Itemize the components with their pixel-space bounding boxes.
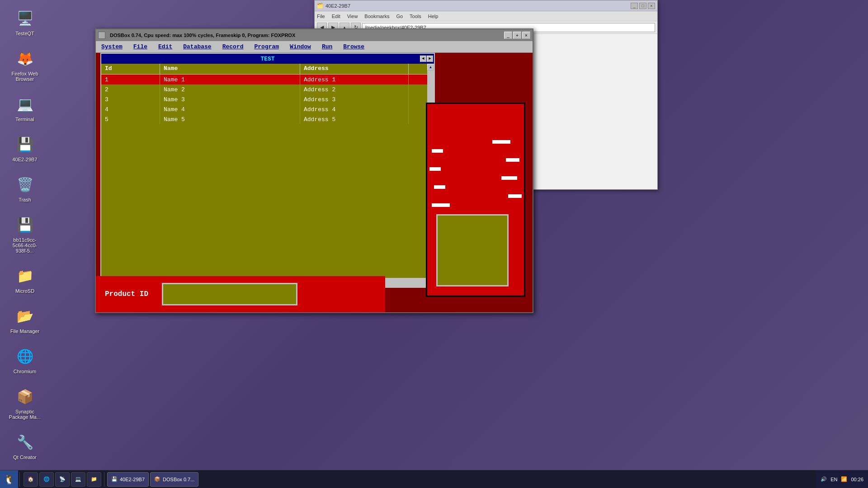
foxpro-table-window: TEST ◄ ► Id Name Address 1 Name 1 [100, 53, 435, 288]
synaptic-icon: 📦 [14, 385, 36, 407]
menu-view[interactable]: View [347, 14, 358, 19]
browser-title-text: 40E2-29B7 [326, 3, 350, 9]
menu-edit[interactable]: Edit [332, 14, 340, 19]
taskbar-quicklaunch-network[interactable]: 📡 [55, 472, 70, 487]
foxpro-inner-yellow [436, 214, 509, 286]
scroll-up-button[interactable]: ▲ [427, 64, 434, 70]
menu-tools[interactable]: Tools [410, 14, 421, 19]
dash-6 [434, 185, 445, 189]
menu-file[interactable]: File [317, 14, 325, 19]
cell-name-5: Name 5 [160, 114, 300, 124]
menu-go[interactable]: Go [396, 14, 403, 19]
foxpro-menu-edit[interactable]: Edit [153, 42, 178, 52]
icon-disk2[interactable]: 💾 bb11c9cc-5c66-4cc0-938f-5... [5, 211, 45, 256]
browser-maximize-button[interactable]: □ [639, 3, 646, 9]
foxpro-menu-program[interactable]: Program [249, 42, 284, 52]
trash-icon: 🗑️ [14, 174, 36, 195]
icon-microsd[interactable]: 📁 MicroSD [5, 262, 45, 296]
foxpro-menu-system[interactable]: System [96, 42, 128, 52]
foxpro-table-body: 1 Name 1 Address 1 2 Name 2 Address 2 3 … [101, 75, 434, 124]
cell-id-1: 1 [101, 75, 160, 84]
menu-help[interactable]: Help [428, 14, 439, 19]
dosbox-close-button[interactable]: × [522, 32, 530, 39]
foxpro-productid-input[interactable] [162, 283, 297, 305]
icon-chromium[interactable]: 🌐 Chromium [5, 343, 45, 377]
volume-icon[interactable]: 🔊 [821, 476, 827, 482]
dosbox-minimize-button[interactable]: _ [504, 32, 512, 39]
taskbar-start-button[interactable]: 🐧 [0, 470, 18, 488]
table-row[interactable]: 5 Name 5 Address 5 [101, 114, 434, 124]
firefox-icon: 🦊 [14, 47, 36, 69]
cell-name-4: Name 4 [160, 104, 300, 114]
foxpro-table-scroll-right-btn[interactable]: ► [427, 56, 433, 62]
browser-menubar: File Edit View Bookmarks Go Tools Help [315, 11, 657, 21]
taskbar: 🐧 🏠 🌐 📡 💻 📁 💾 40E2-29B7 [0, 470, 868, 488]
icon-disk1[interactable]: 💾 40E2-29B7 [5, 131, 45, 165]
taskbar-items: 🏠 🌐 📡 💻 📁 💾 40E2-29B7 📦 DOSBo [21, 472, 816, 487]
table-row[interactable]: 4 Name 4 Address 4 [101, 104, 434, 114]
foxpro-productid-label: Product ID [96, 290, 157, 298]
menu-bookmarks[interactable]: Bookmarks [364, 14, 389, 19]
icon-terminal[interactable]: 💻 Terminal [5, 90, 45, 125]
firefox-label: Firefox Web Browser [7, 71, 42, 82]
taskbar-app-filemanager[interactable]: 💾 40E2-29B7 [107, 472, 149, 487]
taskbar-app-label-dosbox: DOSBox 0.7... [163, 477, 194, 482]
dosbox-restore-button[interactable]: + [513, 32, 521, 39]
col-header-name: Name [160, 64, 300, 74]
icon-firefox[interactable]: 🦊 Firefox Web Browser [5, 45, 45, 84]
col-header-id: Id [101, 64, 160, 74]
dosbox-icon [98, 32, 105, 39]
terminal-taskbar-icon: 💻 [75, 476, 81, 482]
cell-address-2: Address 2 [300, 84, 409, 94]
browser-minimize-button[interactable]: _ [631, 3, 638, 9]
cell-name-3: Name 3 [160, 94, 300, 104]
taskbar-app-dosbox[interactable]: 📦 DOSBox 0.7... [150, 472, 198, 487]
chromium-icon: 🌐 [14, 345, 36, 367]
icon-synaptic[interactable]: 📦 Synaptic Package Ma... [5, 383, 45, 422]
foxpro-productid-bar: Product ID [96, 276, 385, 312]
table-row[interactable]: 2 Name 2 Address 2 [101, 84, 434, 94]
cell-id-5: 5 [101, 114, 160, 124]
foxpro-menu-window[interactable]: Window [284, 42, 316, 52]
dash-1 [492, 140, 510, 144]
browser-title-icon: 🗂️ [317, 3, 323, 9]
foxpro-menu-browse[interactable]: Browse [338, 42, 370, 52]
cell-id-2: 2 [101, 84, 160, 94]
foxpro-menu-run[interactable]: Run [316, 42, 338, 52]
taskbar-tray: 🔊 EN 📶 00:26 [816, 470, 868, 488]
signal-icon: 📶 [841, 476, 847, 482]
browser-close-button[interactable]: × [648, 3, 655, 9]
cell-address-5: Address 5 [300, 114, 409, 124]
disk1-icon: 💾 [14, 133, 36, 155]
foxpro-menubar: System File Edit Database Record Program… [96, 41, 533, 53]
icon-filemanager[interactable]: 📂 File Manager [5, 302, 45, 337]
col-header-address: Address [300, 64, 409, 74]
taskbar-quicklaunch-browser[interactable]: 🌐 [39, 472, 54, 487]
taskbar-quicklaunch-home[interactable]: 🏠 [24, 472, 38, 487]
dash-5 [501, 176, 517, 180]
foxpro-menu-file[interactable]: File [128, 42, 153, 52]
dash-3 [506, 158, 519, 162]
network-icon: 📡 [59, 476, 66, 482]
icon-trash[interactable]: 🗑️ Trash [5, 171, 45, 205]
foxpro-table-scroll-left[interactable]: ◄ [420, 56, 426, 62]
foxpro-table-controls: ◄ ► [420, 56, 433, 62]
browser-titlebar: 🗂️ 40E2-29B7 _ □ × [315, 0, 657, 11]
icon-qtcreator[interactable]: 🔧 Qt Creator [5, 428, 45, 463]
cell-name-1: Name 1 [160, 75, 300, 84]
keyboard-layout: EN [830, 477, 837, 482]
icon-testqt[interactable]: 🖥️ TesteQT [5, 5, 45, 39]
taskbar-quicklaunch-files[interactable]: 📁 [87, 472, 101, 487]
taskbar-quicklaunch-terminal[interactable]: 💻 [71, 472, 85, 487]
desktop: 🖥️ TesteQT 🦊 Firefox Web Browser 💻 Termi… [0, 0, 868, 488]
foxpro-menu-record[interactable]: Record [217, 42, 249, 52]
filemanager-icon: 📂 [14, 305, 36, 327]
clock: 00:26 [851, 477, 863, 482]
table-row[interactable]: 1 Name 1 Address 1 [101, 75, 434, 84]
qtcreator-icon: 🔧 [14, 431, 36, 453]
terminal-icon: 💻 [14, 93, 36, 115]
synaptic-label: Synaptic Package Ma... [7, 409, 42, 420]
table-row[interactable]: 3 Name 3 Address 3 [101, 94, 434, 104]
dash-4 [429, 167, 441, 171]
foxpro-menu-database[interactable]: Database [178, 42, 217, 52]
